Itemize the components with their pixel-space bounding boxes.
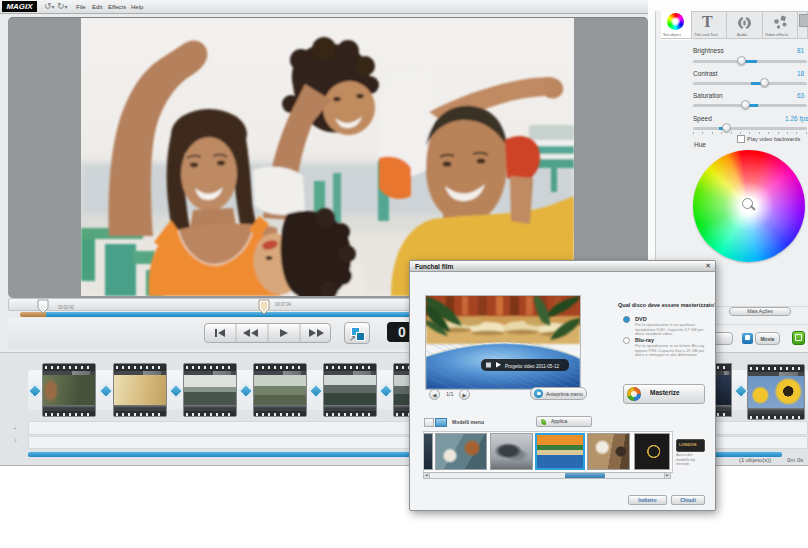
svg-text:Progetto video 2011-05-12: Progetto video 2011-05-12 bbox=[505, 364, 560, 369]
